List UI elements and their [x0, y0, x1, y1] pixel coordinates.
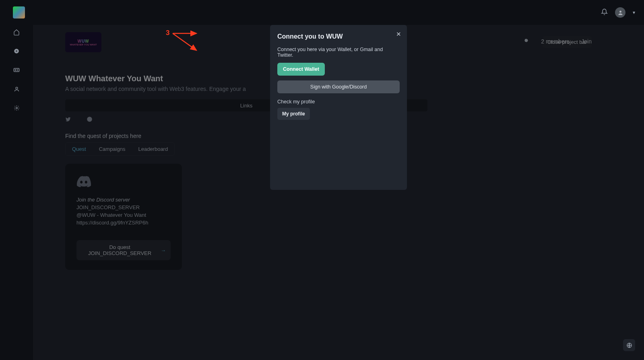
svg-rect-2 — [14, 68, 19, 72]
sign-google-discord-button[interactable]: Sign with Google/Discord — [277, 80, 400, 93]
modal-overlay: ✕ Connect you to WUW Connect you here vi… — [33, 25, 644, 360]
connect-wallet-button[interactable]: Connect Wallet — [277, 63, 325, 76]
sidebar-card[interactable] — [13, 67, 20, 75]
modal-title: Connect you to WUW — [277, 33, 400, 40]
bell-icon[interactable] — [601, 8, 608, 17]
globe-button[interactable] — [623, 339, 635, 351]
svg-point-3 — [15, 70, 16, 71]
modal-subtitle: Connect you here via your Wallet, or Gma… — [277, 47, 400, 58]
connect-modal: ✕ Connect you to WUW Connect you here vi… — [270, 25, 407, 190]
close-icon[interactable]: ✕ — [396, 31, 401, 38]
sidebar-add[interactable] — [14, 48, 19, 56]
avatar[interactable] — [615, 7, 625, 18]
sidebar-home[interactable] — [13, 29, 20, 37]
svg-point-4 — [16, 87, 18, 89]
my-profile-button[interactable]: My profile — [277, 108, 310, 120]
top-bar: ▾ — [0, 0, 644, 25]
app-logo-icon — [13, 6, 25, 19]
svg-point-5 — [16, 107, 17, 109]
sidebar-user[interactable] — [14, 86, 20, 94]
sidebar-settings[interactable] — [14, 105, 20, 113]
check-profile-label: Check my profile — [277, 99, 400, 105]
left-sidebar — [0, 25, 33, 360]
svg-point-0 — [619, 10, 621, 12]
chevron-down-icon[interactable]: ▾ — [633, 10, 635, 15]
